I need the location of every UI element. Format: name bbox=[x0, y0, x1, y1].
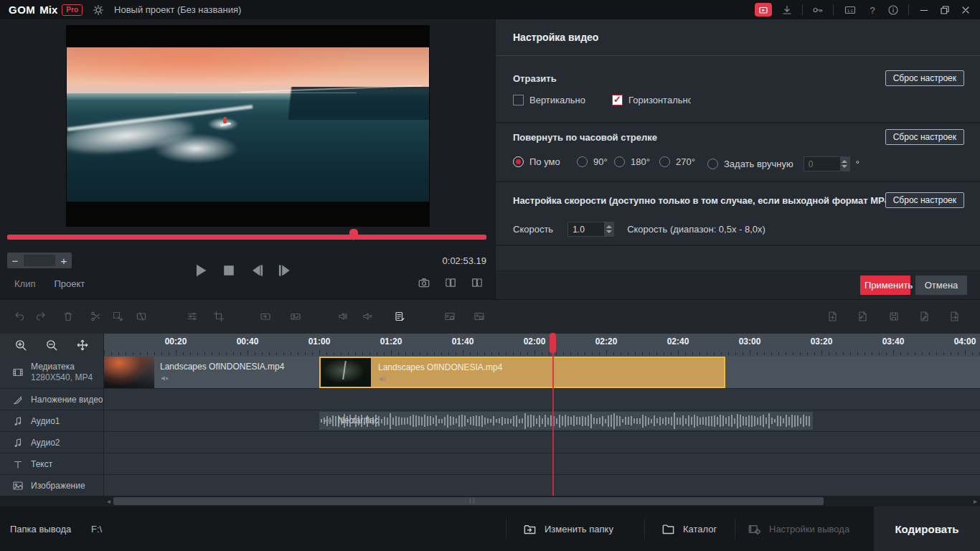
rotate-default-option[interactable]: По умо bbox=[513, 156, 560, 167]
seek-bar[interactable] bbox=[7, 235, 486, 240]
flip-horizontal-option[interactable]: Горизонтально bbox=[612, 95, 691, 105]
remove-clip-icon[interactable] bbox=[136, 311, 147, 322]
download-icon[interactable] bbox=[781, 4, 793, 16]
mute-icon[interactable] bbox=[362, 311, 373, 322]
project-title: Новый проект (Без названия) bbox=[114, 4, 241, 15]
rotate-180-option[interactable]: 180° bbox=[614, 156, 650, 167]
rotate-reset-button[interactable]: Сброс настроек bbox=[885, 129, 964, 145]
track-header-audio2[interactable]: Аудио2 bbox=[0, 432, 104, 453]
track-header-image[interactable]: Изображение bbox=[0, 475, 104, 496]
one-to-one-icon[interactable]: 1:1 bbox=[843, 4, 857, 16]
crop-icon[interactable] bbox=[213, 311, 225, 322]
vertical-checkbox[interactable] bbox=[513, 95, 524, 105]
minimize-button[interactable] bbox=[918, 4, 930, 16]
track-header-media[interactable]: Медиатека 1280X540, MP4 bbox=[0, 357, 104, 388]
select-icon[interactable] bbox=[112, 311, 123, 322]
pip-view-icon[interactable] bbox=[473, 311, 485, 322]
degree-symbol: ° bbox=[856, 159, 859, 169]
playhead-handle[interactable] bbox=[550, 333, 556, 353]
output-settings-button[interactable]: Настройки вывода bbox=[748, 507, 849, 551]
preview-tools bbox=[418, 276, 484, 289]
stop-button[interactable] bbox=[220, 262, 237, 279]
close-button[interactable] bbox=[960, 4, 971, 16]
gear-icon[interactable] bbox=[93, 4, 104, 16]
help-icon[interactable]: ? bbox=[867, 4, 878, 16]
info-icon[interactable] bbox=[887, 4, 899, 16]
play-button[interactable] bbox=[192, 262, 209, 279]
rotate-manual-radio[interactable] bbox=[707, 159, 718, 169]
zoom-in-icon[interactable] bbox=[14, 339, 27, 352]
spinner-arrows[interactable] bbox=[840, 157, 849, 171]
capture-icon[interactable] bbox=[755, 3, 772, 17]
video-preview[interactable] bbox=[66, 25, 430, 227]
rotate-manual-option[interactable]: Задать вручную ° bbox=[707, 156, 859, 171]
scroll-right-arrow[interactable]: ▸ bbox=[971, 496, 980, 507]
split-view-icon[interactable] bbox=[471, 276, 484, 289]
rotate-270-radio[interactable] bbox=[659, 156, 670, 167]
track-image: Изображение bbox=[0, 475, 980, 496]
cancel-button[interactable]: Отмена bbox=[915, 276, 967, 295]
project-open-icon[interactable] bbox=[857, 311, 868, 322]
tab-clip[interactable]: Клип bbox=[14, 278, 35, 289]
snapshot-icon[interactable] bbox=[418, 276, 430, 289]
encode-button[interactable]: Кодировать bbox=[874, 507, 980, 551]
redo-icon[interactable] bbox=[35, 311, 47, 322]
timeline-ruler[interactable]: 00:2000:4001:0001:2001:4002:0002:2002:40… bbox=[104, 334, 980, 357]
tab-project[interactable]: Проект bbox=[54, 278, 85, 289]
project-new-icon[interactable] bbox=[826, 311, 838, 322]
scrollbar-thumb[interactable] bbox=[113, 497, 824, 505]
notes-icon[interactable] bbox=[394, 311, 405, 322]
track-video-body[interactable]: Landscapes OfINDONESIA.mp4 Landscapes Of… bbox=[104, 357, 980, 388]
flip-vertical-option[interactable]: Вертикально bbox=[513, 95, 585, 105]
prev-frame-button[interactable] bbox=[248, 262, 265, 279]
flip-reset-button[interactable]: Сброс настроек bbox=[885, 70, 964, 86]
undo-icon[interactable] bbox=[14, 311, 25, 322]
project-edit-icon[interactable] bbox=[918, 311, 930, 322]
track-header-text[interactable]: Текст bbox=[0, 453, 104, 474]
compare-icon[interactable] bbox=[444, 276, 457, 289]
zoom-out-icon[interactable] bbox=[45, 339, 58, 352]
selected-clip[interactable]: Landscapes OfINDONESIA.mp4 bbox=[319, 357, 725, 388]
zoom-in-button[interactable]: + bbox=[56, 253, 72, 268]
restore-button[interactable] bbox=[939, 4, 951, 16]
catalog-button[interactable]: Каталог bbox=[661, 507, 717, 551]
track-header-overlay[interactable]: Наложение видео bbox=[0, 389, 104, 410]
speed-row: Скорость Скорость (диапазон: 0,5x - 8,0x… bbox=[513, 222, 765, 237]
seek-handle[interactable] bbox=[349, 229, 358, 235]
output-folder-label: Папка вывода bbox=[10, 507, 71, 551]
scroll-left-arrow[interactable]: ◂ bbox=[104, 496, 113, 507]
volume-icon[interactable] bbox=[337, 311, 349, 322]
rotate-90-option[interactable]: 90° bbox=[577, 156, 608, 167]
next-frame-button[interactable] bbox=[276, 262, 293, 279]
delete-icon[interactable] bbox=[62, 311, 74, 322]
speed-reset-button[interactable]: Сброс настроек bbox=[885, 192, 964, 208]
divider bbox=[802, 4, 803, 15]
project-export-icon[interactable] bbox=[948, 311, 960, 322]
rotate-270-option[interactable]: 270° bbox=[659, 156, 695, 167]
change-folder-button[interactable]: Изменить папку bbox=[523, 507, 613, 551]
filter-icon[interactable] bbox=[187, 311, 198, 322]
zoom-out-button[interactable]: − bbox=[7, 253, 23, 268]
apply-button[interactable]: Применить bbox=[860, 276, 910, 295]
clip2-audio-icon bbox=[378, 375, 387, 386]
rotate-90-radio[interactable] bbox=[577, 156, 588, 167]
project-save-icon[interactable] bbox=[888, 311, 900, 322]
move-icon[interactable] bbox=[76, 339, 89, 352]
ruler-label: 00:40 bbox=[230, 336, 265, 347]
audio-clip[interactable]: Nectar,flac bbox=[319, 412, 813, 430]
pip-add-icon[interactable] bbox=[444, 311, 456, 322]
key-icon[interactable] bbox=[812, 4, 824, 16]
ruler-label: 03:40 bbox=[876, 336, 910, 347]
track-header-audio1[interactable]: Аудио1 bbox=[0, 410, 104, 431]
timeline-scrollbar[interactable]: ◂ ▸ bbox=[0, 496, 980, 507]
svg-text:?: ? bbox=[870, 4, 875, 15]
rotate-180-radio[interactable] bbox=[614, 156, 625, 167]
transition-out-icon[interactable] bbox=[290, 311, 301, 322]
speed-input[interactable] bbox=[568, 222, 604, 236]
spinner-arrows[interactable] bbox=[604, 222, 613, 236]
manual-angle-input[interactable] bbox=[804, 157, 840, 171]
split-clip-icon[interactable] bbox=[90, 311, 101, 322]
horizontal-checkbox[interactable] bbox=[612, 95, 623, 105]
rotate-default-radio[interactable] bbox=[513, 156, 524, 167]
transition-in-icon[interactable] bbox=[260, 311, 271, 322]
